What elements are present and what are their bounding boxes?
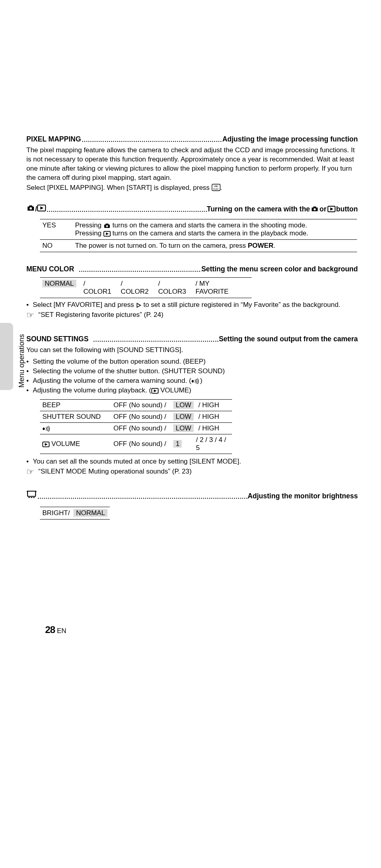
heading-leader <box>81 136 222 143</box>
heading-leader <box>37 493 248 500</box>
svg-point-7 <box>106 225 108 227</box>
heading-title: SOUND SETTINGS <box>26 335 89 343</box>
speaker-icon <box>42 426 51 432</box>
svg-point-5 <box>314 208 316 210</box>
reference-item: ☞ “SET Registering favorite pictures” (P… <box>26 311 358 323</box>
bullet-item: •Selecting the volume of the shutter but… <box>26 367 358 376</box>
section-power-on-button: / Turning on the camera with the or butt… <box>26 205 358 252</box>
play-icon <box>151 388 159 394</box>
table-cell: / HIGH <box>196 400 232 411</box>
table-cell: / HIGH <box>196 411 232 423</box>
option-default: NORMAL <box>42 280 76 287</box>
heading-leader <box>92 336 219 343</box>
option: BRIGHT/ <box>42 509 70 517</box>
heading-title: PIXEL MAPPING <box>26 135 81 143</box>
reference-item: ☞ “SILENT MODE Muting operational sounds… <box>26 467 358 479</box>
sound-settings-table: BEEP OFF (No sound) / LOW / HIGH SHUTTER… <box>40 399 232 454</box>
arrow-right-icon <box>136 303 141 308</box>
page-number: 28 EN <box>45 624 66 635</box>
heading-subtitle: Setting the sound output from the camera <box>219 335 358 343</box>
options-table: YES Pressing turns on the camera and sta… <box>40 219 357 252</box>
heading-subtitle: Turning on the camera with the or button <box>207 205 358 213</box>
heading-title: MENU COLOR <box>26 265 74 273</box>
table-cell: LOW <box>171 400 196 411</box>
option-desc: The power is not turned on. To turn on t… <box>73 239 357 252</box>
svg-rect-15 <box>35 491 36 492</box>
table-cell: 1 <box>171 434 196 454</box>
heading-leader <box>46 206 207 213</box>
play-icon <box>103 231 111 237</box>
option: / MY FAVORITE <box>196 280 249 296</box>
options-row: NORMAL / COLOR1 / COLOR2 / COLOR3 / MY F… <box>40 277 252 298</box>
speaker-icon <box>191 378 200 384</box>
play-icon <box>42 442 50 447</box>
option-desc: Pressing turns on the camera and starts … <box>73 219 357 239</box>
table-cell: BEEP <box>40 400 111 411</box>
heading-leader <box>78 266 201 273</box>
svg-rect-13 <box>28 491 36 496</box>
svg-rect-9 <box>192 380 194 382</box>
option-default: NORMAL <box>73 509 107 517</box>
monitor-brightness-icon <box>26 490 37 498</box>
body-paragraph: You can set the following with [SOUND SE… <box>26 346 358 355</box>
bullet-item: •Setting the volume of the button operat… <box>26 357 358 366</box>
option: / COLOR3 <box>158 280 196 296</box>
section-sound-settings: SOUND SETTINGS Setting the sound output … <box>26 335 358 479</box>
table-cell: LOW <box>171 423 196 434</box>
option: / COLOR1 <box>83 280 121 296</box>
section-pixel-mapping: PIXEL MAPPING Adjusting the image proces… <box>26 135 358 193</box>
option-label: YES <box>40 219 73 239</box>
pointer-icon: ☞ <box>26 466 38 478</box>
bullet-item: •You can set all the sounds muted at onc… <box>26 457 358 466</box>
heading-subtitle: Setting the menu screen color and backgr… <box>201 265 358 273</box>
play-icon <box>327 206 335 212</box>
table-cell: OFF (No sound) / <box>111 411 171 423</box>
table-cell: VOLUME <box>40 434 111 454</box>
svg-rect-14 <box>27 491 28 492</box>
side-tab-label: Menu operations <box>18 334 26 388</box>
svg-point-3 <box>30 207 32 209</box>
play-icon <box>37 205 46 211</box>
table-cell: LOW <box>171 411 196 423</box>
camera-icon <box>311 206 319 212</box>
bullet-item: •Adjusting the volume of the camera warn… <box>26 376 358 386</box>
camera-icon <box>26 205 35 211</box>
svg-text:FUNC: FUNC <box>213 187 219 190</box>
section-menu-color: MENU COLOR Setting the menu screen color… <box>26 265 358 323</box>
option: / COLOR2 <box>121 280 158 296</box>
ok-func-icon: OKFUNC <box>212 184 220 191</box>
side-tab <box>0 323 13 390</box>
bullet-item: • Select [MY FAVORITE] and press to set … <box>26 301 358 310</box>
bullet-item: •Adjusting the volume during playback. (… <box>26 386 358 395</box>
heading-subtitle: Adjusting the monitor brightness <box>248 492 358 500</box>
svg-rect-11 <box>43 428 45 430</box>
heading-subtitle: Adjusting the image processing function <box>222 135 358 143</box>
table-cell: OFF (No sound) / <box>111 400 171 411</box>
table-cell: OFF (No sound) / <box>111 434 171 454</box>
pointer-icon: ☞ <box>26 309 38 321</box>
table-cell <box>40 423 111 434</box>
table-cell: OFF (No sound) / <box>111 423 171 434</box>
svg-text:OK: OK <box>214 185 218 187</box>
table-cell: / 2 / 3 / 4 / 5 <box>196 434 232 454</box>
body-paragraph: The pixel mapping feature allows the cam… <box>26 146 358 183</box>
section-monitor-brightness: Adjusting the monitor brightness BRIGHT/… <box>26 490 358 520</box>
option-label: NO <box>40 239 73 252</box>
table-cell: SHUTTER SOUND <box>40 411 111 423</box>
options-row: BRIGHT/ NORMAL <box>40 507 110 520</box>
camera-icon <box>103 223 111 229</box>
table-cell: / HIGH <box>196 423 232 434</box>
body-paragraph: Select [PIXEL MAPPING]. When [START] is … <box>26 183 358 193</box>
